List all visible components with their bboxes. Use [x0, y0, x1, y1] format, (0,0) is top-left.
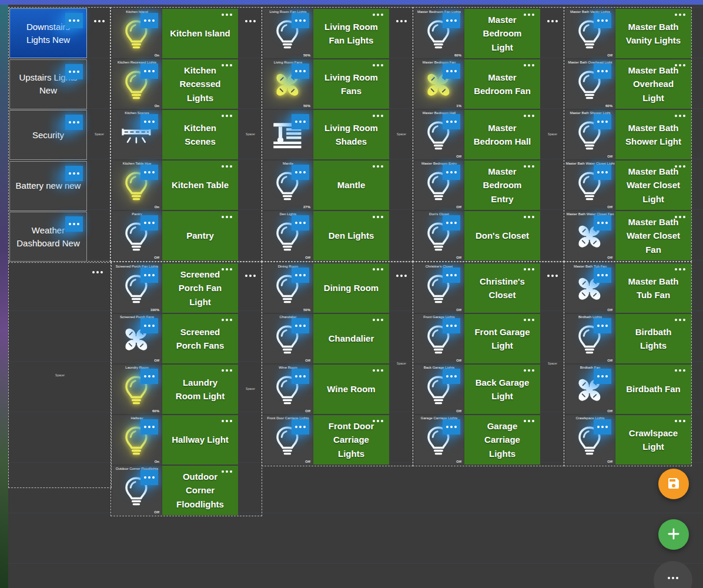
device-tile-birdbath-fan[interactable]: Birdbath Fan Off — [565, 365, 615, 414]
tile-menu-badge[interactable] — [443, 318, 460, 333]
label-tile-christine-s-closet[interactable]: Christine's Closet — [464, 263, 540, 313]
device-tile-screened-porch-fan-light[interactable]: Screened Porch Fan Lights 100% — [112, 263, 162, 313]
label-tile-master-bath-water-closet-light[interactable]: Master Bath Water Closet Light — [615, 161, 691, 210]
tile-menu-icon[interactable] — [373, 268, 383, 270]
label-tile-master-bedroom-hall[interactable]: Master Bedroom Hall — [464, 110, 540, 159]
spacer-menu-icon[interactable] — [396, 20, 407, 22]
tile-menu-icon[interactable] — [524, 115, 534, 117]
save-button[interactable] — [658, 469, 689, 499]
tile-menu-icon[interactable] — [222, 14, 232, 16]
tile-menu-badge[interactable] — [140, 64, 158, 79]
tile-menu-badge[interactable] — [594, 114, 611, 129]
sidebar-item-battery-new-new[interactable]: Battery new new — [9, 161, 87, 211]
tile-menu-badge[interactable] — [594, 419, 611, 435]
device-tile-kitchen-island[interactable]: Kitchen Island On — [112, 9, 162, 58]
spacer-menu-icon[interactable] — [245, 275, 256, 277]
tile-menu-icon[interactable] — [222, 369, 232, 372]
tile-menu-badge[interactable] — [65, 216, 83, 232]
label-tile-back-garage-light[interactable]: Back Garage Light — [464, 365, 540, 414]
tile-menu-badge[interactable] — [292, 114, 309, 129]
device-tile-master-bath-water-closet-light[interactable]: Master Bath Water Closet Light Off — [565, 161, 615, 210]
tile-menu-icon[interactable] — [373, 14, 383, 16]
label-tile-garage-carriage-lights[interactable]: Garage Carriage Lights — [464, 415, 540, 465]
tile-menu-badge[interactable] — [594, 165, 611, 180]
tile-menu-icon[interactable] — [675, 369, 685, 372]
label-tile-kitchen-recessed-lights[interactable]: Kitchen Recessed Lights — [162, 59, 238, 109]
label-tile-dining-room[interactable]: Dining Room — [313, 263, 389, 313]
label-tile-birdbath-lights[interactable]: Birdbath Lights — [615, 314, 691, 363]
device-tile-living-room-shades[interactable] — [263, 110, 313, 159]
tile-menu-badge[interactable] — [443, 165, 460, 180]
tile-menu-badge[interactable] — [292, 318, 309, 333]
label-tile-crawlspace-light[interactable]: Crawlspace Light — [615, 415, 691, 465]
sidebar-item-downstairs-lights-new[interactable]: Downstairs Lights New — [9, 8, 87, 58]
label-tile-laundry-room-light[interactable]: Laundry Room Light — [162, 365, 238, 414]
tile-menu-badge[interactable] — [443, 215, 460, 230]
tile-menu-badge[interactable] — [140, 470, 158, 485]
label-tile-kitchen-scenes[interactable]: Kitchen Scenes — [162, 110, 238, 159]
device-tile-hallway-light[interactable]: Hallway On — [112, 415, 162, 465]
device-tile-master-bath-vanity-lights[interactable]: Master Bath Vanity Lights Off — [565, 9, 615, 58]
device-tile-master-bath-shower-light[interactable]: Master Bath Shower Light Off — [565, 110, 615, 159]
label-tile-birdbath-fan[interactable]: Birdbath Fan — [615, 365, 691, 414]
tile-menu-icon[interactable] — [222, 319, 232, 321]
device-tile-birdbath-lights[interactable]: Birdbath Lights Off — [565, 314, 615, 363]
label-tile-living-room-fan-lights[interactable]: Living Room Fan Lights — [313, 9, 389, 58]
tile-menu-badge[interactable] — [292, 268, 309, 283]
device-tile-master-bedroom-hall[interactable]: Master Bedroom Hall Off — [414, 110, 464, 159]
device-tile-master-bath-water-closet-fan[interactable]: Master Bath Water Closet Fan Off — [565, 211, 615, 260]
label-tile-chandalier[interactable]: Chandalier — [313, 314, 389, 363]
tile-menu-badge[interactable] — [443, 64, 460, 79]
label-tile-living-room-fans[interactable]: Living Room Fans — [313, 59, 389, 109]
tile-menu-icon[interactable] — [373, 115, 383, 117]
tile-menu-badge[interactable] — [65, 115, 83, 130]
tile-menu-icon[interactable] — [675, 268, 685, 270]
tile-menu-badge[interactable] — [292, 419, 309, 435]
tile-menu-icon[interactable] — [524, 216, 534, 218]
device-tile-christine-s-closet[interactable]: Christine's Closet Off — [414, 263, 464, 313]
device-tile-outdoor-corner-floodlights[interactable]: Outdoor Corner Floodlights Off — [112, 466, 162, 515]
device-tile-laundry-room-light[interactable]: Laundry Room 60% — [112, 365, 162, 414]
label-tile-screened-porch-fans[interactable]: Screened Porch Fans — [162, 314, 238, 363]
spacer-menu-icon[interactable] — [245, 20, 256, 22]
sidebar-item-weather-dashboard-new[interactable]: Weather Dashboard New — [9, 212, 87, 262]
device-tile-crawlspace-light[interactable]: Crawlspace Lights Off — [565, 415, 615, 465]
device-tile-front-garage-light[interactable]: Front Garage Lights Off — [414, 314, 464, 363]
tile-menu-badge[interactable] — [292, 165, 309, 180]
spacer-menu-icon[interactable] — [547, 20, 558, 22]
device-tile-screened-porch-fans[interactable]: Screened Porch Fans Off — [112, 314, 162, 363]
device-tile-master-bath-tub-fan[interactable]: Master Bath Tub Fan Off — [565, 263, 615, 313]
device-tile-mantle[interactable]: Mantle 27% — [263, 161, 313, 210]
label-tile-pantry[interactable]: Pantry — [162, 211, 238, 260]
tile-menu-icon[interactable] — [524, 64, 534, 66]
tile-menu-badge[interactable] — [443, 114, 460, 129]
tile-menu-badge[interactable] — [292, 13, 309, 28]
tile-menu-icon[interactable] — [675, 14, 685, 16]
device-tile-master-bedroom-fan[interactable]: Master Bedroom Fan 1% — [414, 59, 464, 109]
tile-menu-icon[interactable] — [524, 319, 534, 321]
tile-menu-icon[interactable] — [524, 369, 534, 372]
device-tile-master-bedroom-entry[interactable]: Master Bedroom Entry Off — [414, 161, 464, 210]
spacer-menu-icon[interactable] — [92, 271, 103, 273]
device-tile-wine-room[interactable]: Wine Room Off — [263, 365, 313, 414]
add-widget-button[interactable] — [658, 519, 689, 550]
label-tile-kitchen-table[interactable]: Kitchen Table — [162, 161, 238, 210]
tile-menu-icon[interactable] — [222, 165, 232, 168]
device-tile-master-bedroom-light[interactable]: Master Bedroom Fan Lights 60% — [414, 9, 464, 58]
tile-menu-badge[interactable] — [594, 369, 611, 384]
tile-menu-badge[interactable] — [292, 369, 309, 384]
label-tile-master-bedroom-entry[interactable]: Master Bedroom Entry — [464, 161, 540, 210]
tile-menu-badge[interactable] — [140, 13, 158, 28]
label-tile-outdoor-corner-floodlights[interactable]: Outdoor Corner Floodlights — [162, 466, 238, 515]
label-tile-kitchen-island[interactable]: Kitchen Island — [162, 9, 238, 58]
tile-menu-badge[interactable] — [65, 64, 83, 79]
tile-menu-icon[interactable] — [675, 319, 685, 321]
tile-menu-badge[interactable] — [443, 268, 460, 283]
label-tile-master-bath-tub-fan[interactable]: Master Bath Tub Fan — [615, 263, 691, 313]
tile-menu-badge[interactable] — [443, 13, 460, 28]
tile-menu-badge[interactable] — [443, 419, 460, 435]
device-tile-kitchen-table[interactable]: Kitchen Table Hue On — [112, 161, 162, 210]
device-tile-den-lights[interactable]: Den Lights Off — [263, 211, 313, 260]
device-tile-dining-room[interactable]: Dining Room 50% — [263, 263, 313, 313]
device-tile-pantry[interactable]: Pantry Off — [112, 211, 162, 260]
